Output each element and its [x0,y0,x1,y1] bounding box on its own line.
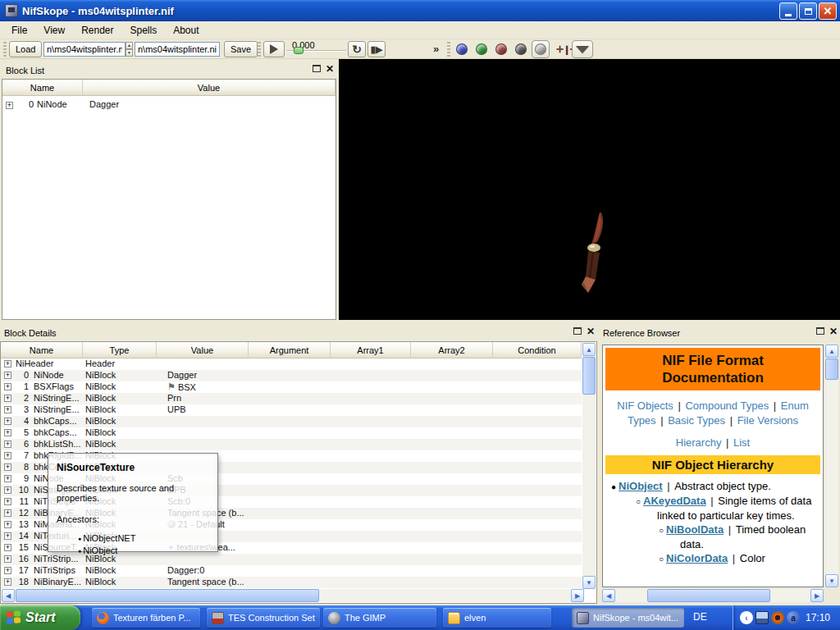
hierarchy-link-akeyeddata[interactable]: AKeyedData [643,495,706,507]
expand-icon[interactable]: + [4,475,11,482]
tray-app-icon[interactable] [771,611,784,624]
taskbar-item-firefox[interactable]: Texturen färben P... [92,608,200,628]
dot-red[interactable] [495,43,507,55]
float-panel-icon[interactable] [573,327,582,335]
render-viewport[interactable] [339,59,840,320]
doc-link-list[interactable]: List [733,436,750,449]
column-header-argument[interactable]: Argument [249,342,331,358]
expand-icon[interactable]: + [4,532,11,540]
load-path-input[interactable] [43,42,126,57]
column-header-type[interactable]: Type [83,342,157,358]
load-button[interactable]: Load [9,41,42,57]
scroll-thumb[interactable] [825,358,838,380]
expand-icon[interactable]: + [4,418,11,425]
taskbar-item-folder[interactable]: elven [443,608,551,628]
tray-collapse-chevron-icon[interactable]: ‹ [740,611,753,624]
horizontal-scrollbar[interactable]: ◀ ▶ [602,589,824,602]
scroll-thumb[interactable] [647,589,770,602]
toolbar-overflow-chevron[interactable]: » [433,43,439,55]
expand-icon[interactable]: + [4,372,11,379]
toolbar-grip-3[interactable] [447,42,450,57]
scroll-left-button[interactable]: ◀ [2,589,15,602]
block-details-row[interactable]: +18NiBinaryE...NiBlockTangent space (b..… [1,577,582,588]
vertical-scrollbar[interactable]: ▲ ▼ [825,345,838,587]
path-spinner[interactable]: ▲▼ [126,42,133,57]
block-details-row[interactable]: +4bhkCaps...NiBlock [1,416,582,427]
expand-icon[interactable]: + [6,102,13,109]
expand-icon[interactable]: + [4,486,11,494]
scroll-up-button[interactable]: ▲ [582,343,596,356]
taskbar-item-nifskope[interactable]: NifSkope - ms04wit... [572,608,684,628]
expand-icon[interactable]: + [4,498,11,505]
horizontal-scrollbar[interactable]: ◀ ▶ [2,589,584,602]
expand-icon[interactable]: + [4,406,11,413]
play-button[interactable] [263,41,285,57]
taskbar-item-tes[interactable]: TES Construction Set [207,608,320,628]
expand-icon[interactable]: + [4,555,11,563]
restore-button[interactable] [799,2,817,20]
step-button[interactable]: ▮▶ [368,41,386,57]
column-header-value[interactable]: Value [83,80,336,96]
vertical-scrollbar[interactable]: ▲ ▼ [582,343,596,589]
doc-link-compound-types[interactable]: Compound Types [685,399,769,412]
block-details-row[interactable]: +3NiStringE...NiBlockUPB [1,404,582,416]
block-details-row[interactable]: +2NiStringE...NiBlockPrn [1,393,582,404]
block-list-row[interactable]: + 0 NiNode Dagger [2,99,336,112]
toolbar-grip-2[interactable] [258,42,261,57]
expand-icon[interactable]: + [4,509,11,517]
block-details-row[interactable]: +6bhkListSh...NiBlock [1,439,582,450]
taskbar-item-gimp[interactable]: The GIMP [323,608,436,628]
float-panel-icon[interactable] [313,65,321,72]
scroll-down-button[interactable]: ▼ [825,574,838,587]
close-panel-icon[interactable]: ✕ [587,327,595,336]
hierarchy-link-nibooldata[interactable]: NiBoolData [666,523,724,536]
block-details-row[interactable]: +0NiNodeNiBlockDagger [1,370,582,381]
close-panel-icon[interactable]: ✕ [326,65,334,73]
expand-icon[interactable]: + [4,360,11,368]
scroll-up-button[interactable]: ▲ [825,345,838,358]
close-button[interactable]: ✕ [819,2,837,20]
float-panel-icon[interactable] [816,327,824,335]
doc-link-basic-types[interactable]: Basic Types [668,414,725,427]
expand-icon[interactable]: + [4,567,11,574]
expand-icon[interactable]: + [4,441,11,448]
save-path-input[interactable] [135,42,220,57]
tray-a-icon[interactable]: a [787,611,800,624]
expand-icon[interactable]: + [4,395,11,402]
loop-button[interactable]: ↻ [348,41,366,57]
expand-icon[interactable]: + [4,452,11,459]
expand-icon[interactable]: + [4,429,11,436]
toolbar-grip[interactable] [3,42,7,57]
network-monitor-icon[interactable] [756,611,769,624]
column-header-array2[interactable]: Array2 [411,342,493,358]
time-slider-thumb[interactable] [294,47,304,54]
menu-spells[interactable]: Spells [122,22,166,39]
scroll-right-button[interactable]: ▶ [571,589,584,602]
hierarchy-link-nicolordata[interactable]: NiColorData [666,552,728,564]
expand-icon[interactable]: + [4,383,11,390]
close-panel-icon[interactable]: ✕ [829,327,838,336]
expand-icon[interactable]: + [4,544,11,551]
menu-about[interactable]: About [165,22,207,39]
language-indicator[interactable]: DE [693,611,707,623]
minimize-button[interactable] [779,2,797,20]
hierarchy-link-niobject[interactable]: NiObject [619,480,662,492]
doc-link-hierarchy[interactable]: Hierarchy [676,436,722,449]
expand-icon[interactable]: + [4,521,11,528]
scroll-left-button[interactable]: ◀ [602,589,615,602]
expand-icon[interactable]: + [4,463,11,471]
column-header-condition[interactable]: Condition [493,342,582,358]
view-dropdown-button[interactable] [572,40,593,58]
dot-darkgray[interactable] [515,43,527,55]
dot-blue[interactable] [456,43,468,55]
menu-file[interactable]: File [3,22,35,39]
scroll-thumb[interactable] [16,589,319,602]
scroll-right-button[interactable]: ▶ [810,589,824,602]
column-header-name[interactable]: Name [2,80,83,96]
dot-green[interactable] [476,43,487,55]
block-details-row[interactable]: +1BSXFlagsNiBlock⚑BSX [1,381,582,393]
block-details-row[interactable]: +5bhkCaps...NiBlock [1,427,582,439]
column-header-value[interactable]: Value [157,342,249,358]
block-details-row[interactable]: +17NiTriStripsNiBlockDagger:0 [1,565,582,577]
save-button[interactable]: Save [224,41,258,57]
